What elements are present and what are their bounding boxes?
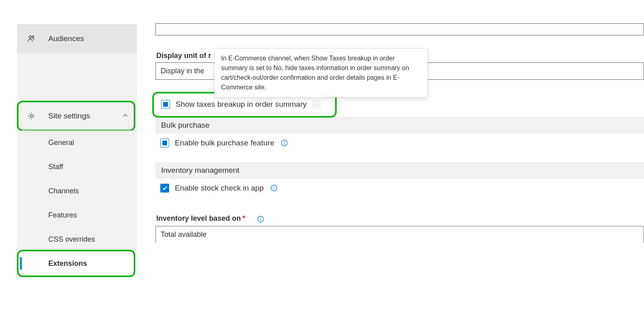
stock-check-label: Enable stock check in app (175, 184, 264, 193)
sidebar-item-css-overrides[interactable]: CSS overrides (17, 227, 137, 251)
sidebar-item-label: Features (48, 211, 77, 220)
sidebar-item-label: CSS overrides (48, 235, 95, 244)
inventory-level-input[interactable]: Total available (155, 226, 644, 243)
inventory-level-label: Inventory level based on* (155, 214, 247, 222)
main-content: Display unit of r Display in the In E-Co… (137, 24, 644, 319)
sidebar-item-label: General (48, 139, 74, 147)
sidebar-item-label: Site settings (48, 112, 122, 120)
tooltip-text: In E-Commerce channel, when Show Taxes b… (221, 55, 409, 91)
sidebar-item-label: Channels (48, 187, 79, 195)
checkbox-bulk-purchase[interactable] (160, 139, 169, 147)
required-asterisk: * (242, 214, 245, 222)
info-icon[interactable]: i (280, 139, 289, 147)
sidebar-item-staff[interactable]: Staff (17, 155, 137, 179)
svg-point-0 (29, 36, 31, 38)
section-inventory-management: Inventory management (155, 162, 644, 179)
gear-icon (27, 112, 36, 120)
sidebar-item-extensions[interactable]: Extensions (17, 251, 137, 276)
checkbox-show-taxes[interactable] (161, 100, 170, 109)
chevron-up-icon (122, 113, 128, 120)
sidebar-item-label: Staff (48, 163, 63, 171)
section-bulk-purchase: Bulk purchase (155, 117, 644, 134)
info-icon[interactable]: i (312, 100, 321, 109)
svg-text:i: i (273, 185, 274, 191)
tooltip-show-taxes: In E-Commerce channel, when Show Taxes b… (214, 48, 428, 97)
checkbox-stock-check[interactable] (160, 184, 169, 193)
audiences-icon (27, 35, 36, 43)
display-unit-label: Display unit of r (155, 52, 211, 60)
info-icon[interactable]: i (269, 184, 278, 193)
svg-text:i: i (284, 140, 285, 146)
show-taxes-label: Show taxes breakup in order summary (176, 100, 306, 109)
svg-point-2 (30, 115, 33, 117)
sidebar: Audiences Site settings General Staff Ch… (0, 24, 137, 319)
sidebar-item-general[interactable]: General (17, 130, 137, 155)
sidebar-item-features[interactable]: Features (17, 203, 137, 227)
svg-point-1 (32, 36, 34, 37)
sidebar-item-channels[interactable]: Channels (17, 179, 137, 203)
sidebar-item-site-settings[interactable]: Site settings (17, 102, 137, 130)
svg-text:i: i (260, 216, 261, 222)
sidebar-item-label: Extensions (48, 259, 87, 268)
info-icon[interactable]: i (256, 215, 265, 224)
sidebar-item-label: Audiences (48, 34, 137, 43)
bulk-purchase-label: Enable bulk purchase feature (175, 139, 274, 147)
sidebar-item-audiences[interactable]: Audiences (17, 24, 137, 53)
text-input-truncated-top[interactable] (155, 23, 644, 35)
